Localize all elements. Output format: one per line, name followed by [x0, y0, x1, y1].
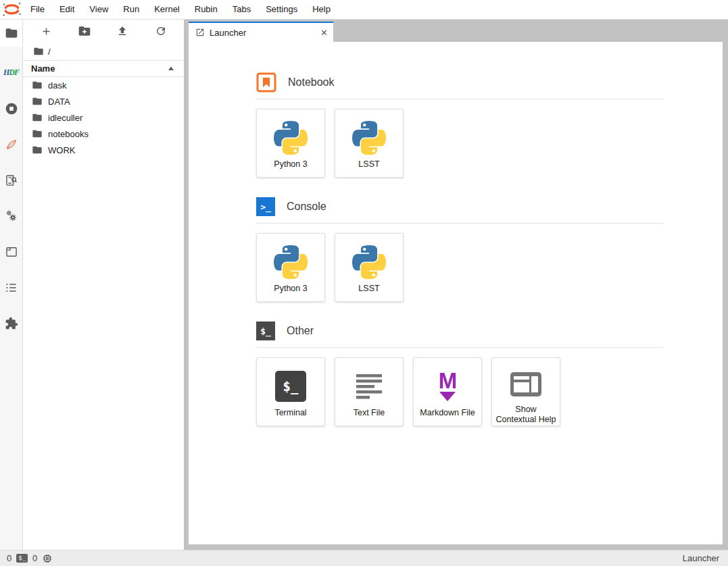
launcher-panel: Notebook Python 3 LSST >_ Console Python… [189, 42, 723, 544]
stop-circle-icon [5, 102, 18, 115]
book-magnifier-icon [5, 174, 18, 187]
card-label: Python 3 [274, 159, 307, 170]
file-row-work[interactable]: WORK [23, 142, 184, 158]
terminals-count: 0 [7, 553, 11, 563]
refresh-button[interactable] [149, 22, 172, 40]
terminal-icon: $_ [16, 554, 28, 563]
sidebar-item-hdf5-viewer[interactable]: HDF [0, 55, 22, 91]
card-console-python-3[interactable]: Python 3 [256, 233, 325, 302]
section-header: Notebook [256, 72, 664, 93]
name-column-label: Name [31, 63, 55, 74]
folder-icon [32, 145, 43, 155]
menubar: FileEditViewRunKernelRubinTabsSettingsHe… [0, 0, 728, 20]
launcher-section-console: >_ Console Python 3 LSST [256, 197, 664, 302]
sidebar-item-table-of-contents[interactable] [0, 269, 22, 305]
sidebar-item-running-kernels[interactable] [0, 91, 22, 126]
markdown-icon: M [439, 369, 457, 404]
folder-icon [5, 26, 18, 40]
menu-item-rubin[interactable]: Rubin [187, 0, 225, 19]
menu-item-run[interactable]: Run [116, 0, 147, 19]
card-notebook-python-3[interactable]: Python 3 [256, 109, 325, 178]
sidebar-item-extension-manager[interactable] [0, 305, 22, 341]
puzzle-icon [5, 317, 18, 330]
card-label: Terminal [274, 408, 306, 419]
other-section-icon: $_ [256, 321, 275, 340]
menu-item-tabs[interactable]: Tabs [225, 0, 258, 19]
menu-item-file[interactable]: File [23, 0, 52, 19]
section-title: Console [287, 201, 326, 213]
main-dock-panel: Launcher ✕ Notebook Python 3 LSST >_ Con… [184, 20, 728, 550]
sidebar-item-widgets[interactable] [0, 234, 22, 269]
status-bar: 0 $_ 0 Launcher [0, 550, 728, 566]
sidebar-item-firefly[interactable] [0, 126, 22, 162]
card-label: LSST [358, 159, 379, 170]
menu-item-edit[interactable]: Edit [52, 0, 82, 19]
sidebar-item-dask[interactable] [0, 198, 22, 234]
python-icon [274, 245, 308, 280]
card-other-show-contextual-help[interactable]: Show Contextual Help [491, 357, 560, 426]
file-browser-toolbar [23, 20, 184, 43]
menu-items: FileEditViewRunKernelRubinTabsSettingsHe… [23, 0, 338, 19]
running-sessions-status[interactable]: 0 $_ 0 [7, 553, 53, 564]
launcher-tab-icon [195, 28, 205, 37]
tab-bar: Launcher ✕ [189, 20, 723, 42]
menu-item-kernel[interactable]: Kernel [147, 0, 187, 19]
sidebar-item-file-browser[interactable] [0, 20, 22, 47]
home-folder-icon[interactable] [33, 46, 44, 57]
left-sidebar: HDF [0, 20, 23, 550]
section-title: Notebook [288, 76, 335, 88]
file-browser-panel: / Name dask DATA idleculler notebooks [23, 20, 184, 550]
breadcrumb-root[interactable]: / [48, 47, 51, 57]
card-label: Python 3 [274, 284, 307, 294]
feather-icon [5, 138, 18, 151]
shell: HDF / Name [0, 20, 728, 550]
file-list: dask DATA idleculler notebooks WORK [23, 77, 184, 158]
rubin-logo-icon [0, 1, 23, 18]
folder-icon [32, 80, 43, 91]
menu-item-view[interactable]: View [82, 0, 116, 19]
terminal-icon: $_ [275, 369, 306, 404]
folder-icon [32, 96, 43, 107]
cards-row: $_ Terminal Text File M Markdown File Sh… [256, 357, 664, 426]
hdf-icon: HDF [3, 68, 19, 78]
current-activity-label: Launcher [683, 553, 719, 563]
card-other-markdown-file[interactable]: M Markdown File [413, 357, 482, 426]
console-section-icon: >_ [256, 197, 275, 216]
section-divider [256, 347, 664, 348]
tab-launcher[interactable]: Launcher ✕ [189, 22, 333, 42]
file-row-idleculler[interactable]: idleculler [23, 109, 184, 126]
folder-icon [32, 112, 43, 123]
section-title: Other [287, 325, 314, 337]
cards-row: Python 3 LSST [256, 233, 664, 302]
file-row-notebooks[interactable]: notebooks [23, 126, 184, 142]
card-label: Markdown File [420, 408, 475, 419]
sidebar-item-inspector[interactable] [0, 162, 22, 198]
menu-item-settings[interactable]: Settings [258, 0, 305, 19]
text-lines-icon [354, 369, 384, 404]
close-tab-icon[interactable]: ✕ [320, 28, 328, 38]
card-other-terminal[interactable]: $_ Terminal [256, 357, 325, 426]
section-divider [256, 99, 664, 99]
card-notebook-lsst[interactable]: LSST [335, 109, 404, 178]
python-icon [352, 120, 386, 155]
upload-button[interactable] [111, 22, 134, 40]
breadcrumb: / [23, 43, 184, 60]
section-divider [256, 223, 664, 224]
file-row-dask[interactable]: dask [23, 77, 184, 93]
card-other-text-file[interactable]: Text File [335, 357, 404, 426]
new-folder-button[interactable] [73, 22, 96, 40]
menu-item-help[interactable]: Help [305, 0, 338, 19]
launcher-section-other: $_ Other $_ Terminal Text File M Markdow… [256, 321, 664, 426]
python-icon [274, 120, 308, 155]
card-console-lsst[interactable]: LSST [335, 233, 404, 302]
name-column-header[interactable]: Name [23, 60, 184, 77]
list-icon [5, 281, 18, 294]
card-label: Text File [354, 408, 385, 419]
notebook-section-icon [256, 72, 276, 93]
new-launcher-button[interactable] [34, 22, 57, 40]
card-label: LSST [358, 284, 379, 294]
python-icon [352, 245, 386, 280]
kernels-count: 0 [32, 553, 37, 563]
card-label: Show Contextual Help [496, 405, 556, 426]
file-row-data[interactable]: DATA [23, 93, 184, 109]
